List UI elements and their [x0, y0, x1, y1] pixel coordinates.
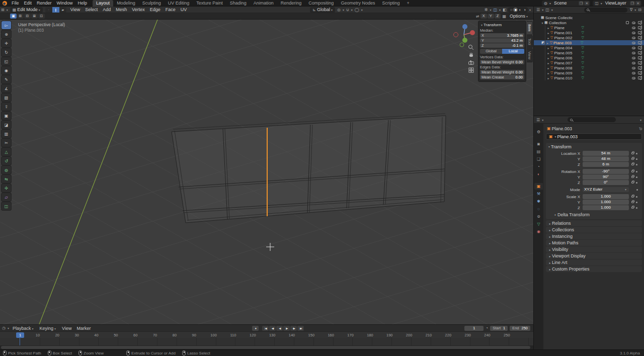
- unlock-icon[interactable]: [631, 207, 634, 209]
- properties-tab-constraints[interactable]: ⊜: [534, 213, 543, 220]
- outliner-row-collection[interactable]: ▾▦Collection: [534, 20, 644, 25]
- unlock-icon[interactable]: [631, 163, 634, 165]
- tool-rotate[interactable]: ↻: [2, 48, 11, 56]
- previous-keyframe-button[interactable]: ◀•: [269, 326, 276, 331]
- tool-select-box[interactable]: ▻: [2, 21, 11, 29]
- properties-tab-render[interactable]: ◙: [534, 141, 543, 147]
- animate-dot-icon[interactable]: [636, 176, 637, 178]
- viewport-menu-view[interactable]: View: [68, 7, 83, 12]
- tool-add-cube[interactable]: ▧: [2, 94, 11, 102]
- tool-poly-build[interactable]: △: [2, 148, 11, 156]
- menu-window[interactable]: Window: [54, 1, 75, 6]
- workspace-tab-scripting[interactable]: Scripting: [378, 0, 403, 7]
- timeline-menu-keying[interactable]: Keying▾: [37, 326, 60, 331]
- tool-shear[interactable]: ▱: [2, 193, 11, 201]
- properties-search-input[interactable]: [568, 117, 616, 122]
- unlock-icon[interactable]: [631, 182, 634, 184]
- menu-help[interactable]: Help: [75, 1, 90, 6]
- unlink-scene-button[interactable]: ✕: [584, 1, 589, 6]
- jump-to-start-button[interactable]: |◀: [262, 326, 269, 331]
- overlays-toggle-icon[interactable]: ◫: [493, 8, 497, 12]
- panel-relations[interactable]: ▸Relations: [546, 220, 642, 226]
- outliner-row-plane.001[interactable]: ▸▽Plane.001▽: [534, 30, 644, 35]
- disable-render-camera-icon[interactable]: [638, 76, 642, 79]
- gizmo-negative-x-axis[interactable]: [454, 33, 458, 37]
- unlock-icon[interactable]: [631, 158, 634, 160]
- rotation-value-field[interactable]: 90°: [583, 174, 629, 180]
- outliner-row-plane.003[interactable]: ◩▸▽Plane.003▽: [534, 40, 644, 45]
- animate-dot-icon[interactable]: [636, 202, 637, 203]
- play-button[interactable]: ▶: [283, 326, 290, 331]
- rotation-value-field[interactable]: -90°: [583, 169, 629, 174]
- proportional-edit-icon[interactable]: ◯: [355, 8, 359, 12]
- hide-eye-icon[interactable]: [632, 32, 635, 34]
- disable-render-camera-icon[interactable]: [638, 51, 642, 54]
- hide-eye-icon[interactable]: [632, 72, 635, 74]
- remove-viewlayer-button[interactable]: ✕: [635, 1, 640, 6]
- n-panel-tab-view[interactable]: View: [527, 48, 533, 62]
- shading-material-icon[interactable]: ◐: [518, 8, 522, 12]
- viewport-menu-uv[interactable]: UV: [178, 7, 190, 12]
- tool-shrink-fatten[interactable]: ✣: [2, 184, 11, 192]
- tool-move[interactable]: ✛: [2, 39, 11, 47]
- frame-start-field[interactable]: Start1: [490, 326, 508, 331]
- timeline-menu-playback[interactable]: Playback▾: [10, 326, 37, 331]
- global-button[interactable]: Global: [480, 49, 502, 54]
- properties-tab-object-data[interactable]: ▽: [534, 221, 543, 227]
- hide-eye-icon[interactable]: [632, 37, 635, 39]
- tool-spin[interactable]: ↺: [2, 157, 11, 165]
- properties-tab-object[interactable]: ▣: [534, 183, 543, 190]
- frame-end-field[interactable]: End250: [510, 326, 530, 331]
- scale-value-field[interactable]: 1.000: [583, 194, 629, 199]
- edge-mean-crease[interactable]: Mean Crease0.00: [480, 75, 524, 79]
- tool-loop-cut[interactable]: ▥: [2, 130, 11, 138]
- display-mode-icon[interactable]: ◫: [545, 8, 549, 12]
- hide-eye-icon[interactable]: [632, 77, 635, 79]
- mirror-x-toggle[interactable]: X: [480, 14, 487, 19]
- tool-edge-slide[interactable]: ⇆: [2, 175, 11, 183]
- properties-tab-scene[interactable]: ◔: [534, 163, 543, 170]
- menu-edit[interactable]: Edit: [22, 1, 35, 6]
- animate-dot-icon[interactable]: [636, 182, 637, 184]
- outliner-search-input[interactable]: [584, 8, 627, 13]
- hide-eye-icon[interactable]: [632, 47, 635, 49]
- unlock-icon[interactable]: [631, 196, 634, 198]
- viewport-scene[interactable]: [0, 20, 533, 324]
- boolean-mode-extend[interactable]: ⊞: [17, 14, 24, 19]
- gizmo-x-axis[interactable]: [470, 30, 475, 35]
- outliner-row-scene-collection[interactable]: ▦Scene Collection: [534, 15, 644, 20]
- pivot-point-icon[interactable]: ◎: [337, 8, 341, 12]
- properties-tab-tool[interactable]: ⚙: [534, 129, 543, 135]
- snap-base-icon[interactable]: ▦: [502, 14, 506, 19]
- panel-line-art[interactable]: ▸Line Art: [546, 259, 642, 265]
- boolean-mode-subtract[interactable]: ⊟: [24, 14, 31, 19]
- filter-funnel-icon[interactable]: ∇: [630, 8, 632, 12]
- current-frame-indicator[interactable]: 1: [16, 332, 24, 338]
- tool-transform[interactable]: ◉: [2, 66, 11, 74]
- properties-tab-material[interactable]: ◉: [534, 228, 543, 235]
- workspace-tab-rendering[interactable]: Rendering: [277, 0, 305, 7]
- outliner-row-plane.005[interactable]: ▸▽Plane.005▽: [534, 50, 644, 55]
- animate-dot-icon[interactable]: [636, 153, 637, 154]
- panel-collections[interactable]: ▸Collections: [546, 227, 642, 233]
- tool-smooth[interactable]: ◍: [2, 166, 11, 174]
- orientation-dropdown[interactable]: ⊾ Global ▾: [310, 7, 335, 13]
- mirror-z-toggle[interactable]: Z: [495, 14, 501, 19]
- properties-tab-world[interactable]: ◐: [534, 171, 543, 177]
- hide-eye-icon[interactable]: [632, 52, 635, 54]
- scale-value-field[interactable]: 1.000: [583, 205, 629, 210]
- timeline-menu-marker[interactable]: Marker: [74, 326, 93, 331]
- shading-wireframe-icon[interactable]: ○: [509, 8, 514, 12]
- disable-render-camera-icon[interactable]: [638, 31, 642, 34]
- location-value-field[interactable]: 6 m: [583, 162, 629, 167]
- object-name-field[interactable]: ▣ ▾ Plane.003: [546, 133, 642, 140]
- jump-to-end-button[interactable]: ▶|: [297, 326, 304, 331]
- animate-dot-icon[interactable]: [636, 196, 637, 198]
- outliner-row-plane.006[interactable]: ▸▽Plane.006▽: [534, 55, 644, 60]
- shading-solid-icon[interactable]: ●: [513, 8, 518, 12]
- outliner-row-plane.008[interactable]: ▸▽Plane.008▽: [534, 65, 644, 70]
- shading-rendered-icon[interactable]: ◑: [522, 8, 527, 12]
- n-panel-tab-tool[interactable]: Tool: [527, 35, 533, 48]
- disable-render-camera-icon[interactable]: [638, 26, 642, 29]
- transform-panel-header[interactable]: ▾ Transform: [547, 144, 640, 149]
